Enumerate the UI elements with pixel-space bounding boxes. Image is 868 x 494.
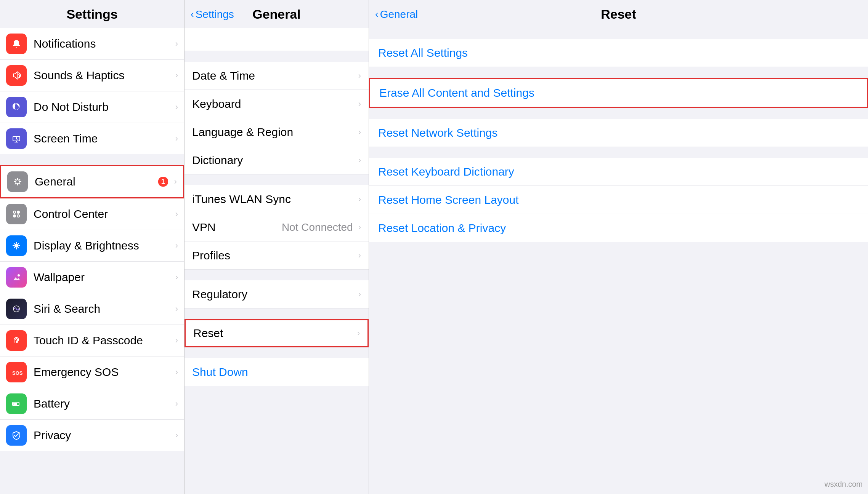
settings-item-privacy[interactable]: Privacy › (0, 420, 184, 451)
general-title: General (252, 7, 301, 22)
watermark: wsxdn.com (825, 480, 863, 489)
settings-item-siri[interactable]: Siri & Search › (0, 293, 184, 325)
general-item-vpn[interactable]: VPN Not Connected › (185, 213, 369, 241)
reset-item-all-settings[interactable]: Reset All Settings (369, 39, 868, 67)
privacy-icon (6, 425, 27, 446)
general-back-label: Settings (196, 8, 234, 21)
reset-divider-3 (369, 147, 868, 158)
general-divider-2 (185, 270, 369, 280)
reset-divider-2 (369, 108, 868, 119)
settings-item-sounds[interactable]: Sounds & Haptics › (0, 60, 184, 91)
reset-homescreen-label: Reset Home Screen Layout (378, 193, 519, 206)
datetime-label: Date & Time (192, 69, 356, 82)
notifications-chevron: › (175, 39, 178, 49)
ituneswlan-chevron: › (358, 194, 361, 204)
touchid-label: Touch ID & Passcode (34, 334, 173, 347)
svg-rect-16 (10, 334, 22, 347)
battery-chevron: › (175, 399, 178, 409)
svg-text:SOS: SOS (12, 370, 22, 376)
reset-divider-4 (369, 242, 868, 253)
keyboard-chevron: › (358, 99, 361, 109)
reset-item-network[interactable]: Reset Network Settings (369, 119, 868, 147)
settings-item-controlcenter[interactable]: Control Center › (0, 198, 184, 230)
language-chevron: › (358, 127, 361, 137)
general-item-shutdown[interactable]: Shut Down (185, 358, 369, 386)
reset-divider-1 (369, 67, 868, 78)
controlcenter-label: Control Center (34, 208, 173, 221)
general-partial-top (185, 28, 369, 51)
wallpaper-chevron: › (175, 272, 178, 282)
reset-location-label: Reset Location & Privacy (378, 222, 506, 235)
svg-point-10 (13, 215, 16, 217)
sounds-chevron: › (175, 70, 178, 80)
svg-rect-21 (13, 403, 17, 405)
svg-point-9 (17, 211, 19, 213)
settings-item-displaybrightness[interactable]: Display & Brightness › (0, 230, 184, 262)
siri-icon (6, 299, 27, 319)
general-item-language[interactable]: Language & Region › (185, 118, 369, 146)
general-item-profiles[interactable]: Profiles › (185, 241, 369, 270)
reset-list: Reset All Settings Erase All Content and… (369, 28, 868, 494)
settings-item-donotdisturb[interactable]: Do Not Disturb › (0, 91, 184, 123)
reset-section-1: Reset All Settings (369, 39, 868, 67)
reset-back-label: General (380, 8, 418, 21)
settings-item-screentime[interactable]: Screen Time › (0, 123, 184, 154)
settings-section-1: Notifications › Sounds & Haptics › Do No… (0, 28, 184, 154)
privacy-label: Privacy (34, 429, 173, 442)
erase-all-label: Erase All Content and Settings (379, 86, 534, 99)
reset-section-2: Reset Network Settings (369, 119, 868, 147)
screentime-icon (6, 128, 27, 149)
general-item-datetime[interactable]: Date & Time › (185, 62, 369, 90)
divider-1 (0, 154, 184, 165)
settings-item-notifications[interactable]: Notifications › (0, 28, 184, 60)
emergencysos-chevron: › (175, 367, 178, 377)
settings-header: Settings (0, 0, 184, 28)
ituneswlan-label: iTunes WLAN Sync (192, 193, 356, 206)
svg-rect-7 (10, 208, 22, 220)
general-item-keyboard[interactable]: Keyboard › (185, 90, 369, 118)
vpn-chevron: › (358, 222, 361, 232)
screentime-chevron: › (175, 134, 178, 144)
general-item-ituneswlan[interactable]: iTunes WLAN Sync › (185, 185, 369, 213)
sounds-icon (6, 65, 27, 86)
reset-section-erase: Erase All Content and Settings (369, 78, 868, 108)
general-item-dictionary[interactable]: Dictionary › (185, 146, 369, 174)
reset-item-erase-all[interactable]: Erase All Content and Settings (370, 79, 867, 107)
vpn-label: VPN (192, 221, 282, 234)
general-list: Date & Time › Keyboard › Language & Regi… (185, 28, 369, 494)
general-item-regulatory[interactable]: Regulatory › (185, 280, 369, 309)
general-item-reset[interactable]: Reset › (185, 319, 369, 347)
profiles-chevron: › (358, 251, 361, 261)
battery-label: Battery (34, 397, 173, 410)
general-icon (7, 171, 28, 192)
wallpaper-icon (6, 267, 27, 288)
emergencysos-label: Emergency SOS (34, 366, 173, 379)
settings-item-wallpaper[interactable]: Wallpaper › (0, 262, 184, 293)
regulatory-label: Regulatory (192, 288, 356, 301)
reset-all-settings-label: Reset All Settings (378, 46, 468, 59)
general-divider-4 (185, 347, 369, 358)
siri-label: Siri & Search (34, 302, 173, 315)
displaybrightness-label: Display & Brightness (34, 239, 173, 252)
reset-item-location[interactable]: Reset Location & Privacy (369, 214, 868, 242)
settings-section-2: General 1 › Control Center › Display & B… (0, 165, 184, 451)
controlcenter-chevron: › (175, 209, 178, 219)
settings-item-emergencysos[interactable]: SOS Emergency SOS › (0, 357, 184, 388)
language-label: Language & Region (192, 126, 356, 139)
svg-rect-5 (11, 176, 24, 188)
reset-item-keyboard[interactable]: Reset Keyboard Dictionary (369, 158, 868, 186)
general-divider-0 (185, 51, 369, 62)
displaybrightness-icon (6, 235, 27, 256)
reset-item-homescreen[interactable]: Reset Home Screen Layout (369, 186, 868, 214)
back-chevron-icon: ‹ (191, 8, 194, 20)
datetime-chevron: › (358, 71, 361, 81)
svg-point-14 (18, 274, 20, 277)
reset-back-button[interactable]: ‹ General (375, 8, 418, 21)
general-back-button[interactable]: ‹ Settings (191, 8, 234, 21)
settings-item-battery[interactable]: Battery › (0, 388, 184, 420)
dictionary-label: Dictionary (192, 154, 356, 167)
settings-item-touchid[interactable]: Touch ID & Passcode › (0, 325, 184, 357)
settings-item-general[interactable]: General 1 › (0, 165, 184, 198)
reset-section-3: Reset Keyboard Dictionary Reset Home Scr… (369, 158, 868, 242)
general-section-reset: Reset › (185, 319, 369, 347)
